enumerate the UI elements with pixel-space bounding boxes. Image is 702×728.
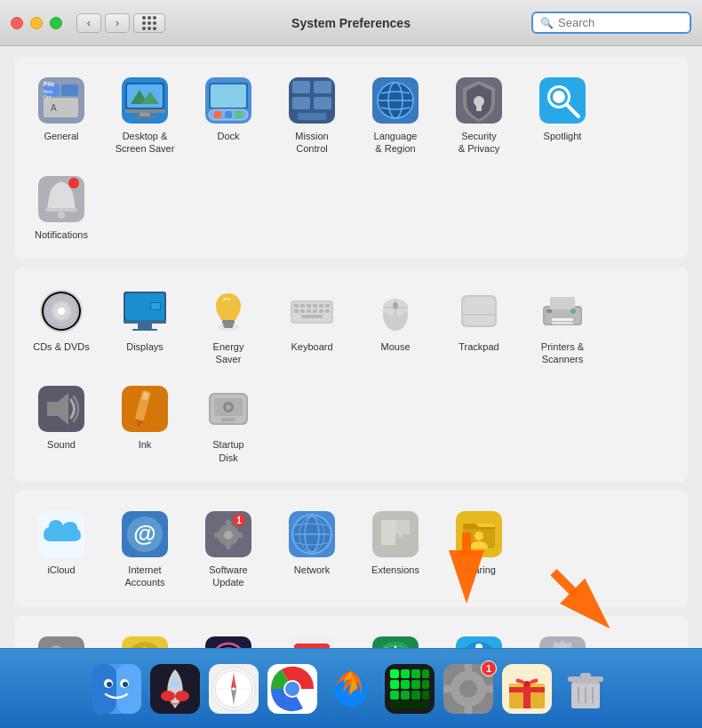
pref-item-spotlight[interactable]: Spotlight <box>523 68 602 163</box>
pref-item-sound[interactable]: Sound <box>21 376 101 471</box>
svg-rect-15 <box>134 116 156 118</box>
svg-text:@: @ <box>133 520 156 547</box>
svg-point-45 <box>68 178 79 188</box>
pref-item-siri[interactable]: Siri <box>188 627 268 648</box>
dock-item-trash[interactable] <box>559 662 612 716</box>
section-system: Users &Groups <box>14 616 688 648</box>
svg-rect-10 <box>127 84 163 108</box>
svg-rect-105 <box>221 418 235 421</box>
pref-item-displays[interactable]: Displays <box>105 278 185 373</box>
pref-item-printers[interactable]: Printers &Scanners <box>523 278 602 373</box>
svg-point-194 <box>285 682 299 696</box>
pref-item-mouse[interactable]: Mouse <box>355 278 435 373</box>
extensions-label: Extensions <box>371 564 419 576</box>
pref-item-notifications[interactable]: Notifications <box>21 166 101 248</box>
dock-item-firefox[interactable] <box>324 662 378 716</box>
svg-rect-68 <box>307 304 311 308</box>
internet-accounts-icon: @ <box>119 508 171 560</box>
traffic-lights <box>11 17 62 29</box>
svg-rect-56 <box>138 324 152 329</box>
svg-rect-66 <box>294 304 299 308</box>
main-content: File New Opt A General <box>0 46 702 648</box>
pref-item-language[interactable]: Language& Region <box>355 68 435 163</box>
energy-icon <box>203 285 254 337</box>
section-hardware: CDs & DVDs <box>14 268 688 482</box>
svg-text:APR: APR <box>303 646 321 648</box>
search-input[interactable] <box>558 16 682 29</box>
forward-button[interactable]: › <box>105 13 130 33</box>
pref-item-desktop[interactable]: Desktop &Screen Saver <box>105 68 185 163</box>
svg-rect-206 <box>390 691 399 700</box>
dock-item-finder[interactable] <box>90 662 143 716</box>
pref-item-energy[interactable]: EnergySaver <box>188 278 268 373</box>
spotlight-label: Spotlight <box>544 130 582 142</box>
dock-item-istatmenus[interactable] <box>383 662 436 716</box>
svg-rect-92 <box>546 309 552 313</box>
dock-item-launchpad[interactable] <box>148 662 202 716</box>
displays-label: Displays <box>126 340 164 353</box>
ink-icon <box>119 383 171 435</box>
pref-item-users[interactable]: Users &Groups <box>21 627 101 648</box>
siri-icon <box>203 634 254 648</box>
maximize-button[interactable] <box>50 17 62 29</box>
pref-item-cds[interactable]: CDs & DVDs <box>21 278 101 373</box>
general-icon: File New Opt A <box>36 75 87 126</box>
svg-rect-91 <box>552 322 573 324</box>
pref-item-datetime[interactable]: APR 18 Date & Time <box>272 627 352 648</box>
back-button[interactable]: ‹ <box>76 13 101 33</box>
safari-icon <box>209 664 259 714</box>
pref-item-software-update[interactable]: 1 SoftwareUpdate <box>188 501 268 596</box>
svg-rect-43 <box>45 208 77 212</box>
svg-rect-57 <box>132 329 157 331</box>
dock-item-giftbox[interactable] <box>500 662 554 716</box>
desktop-icon <box>119 75 171 126</box>
users-icon <box>36 634 87 648</box>
dock-item-sysprefs[interactable]: 1 <box>442 662 495 716</box>
svg-rect-6 <box>44 98 78 117</box>
svg-rect-73 <box>300 309 305 313</box>
internet-icons-grid: iCloud @ InternetAccounts <box>21 501 681 596</box>
pref-item-security[interactable]: Security& Privacy <box>439 68 519 163</box>
svg-rect-61 <box>222 320 235 324</box>
svg-rect-173 <box>92 664 116 714</box>
sound-label: Sound <box>47 438 76 451</box>
network-icon <box>286 508 338 560</box>
pref-item-extensions[interactable]: Extensions <box>355 501 435 596</box>
trackpad-icon <box>453 285 505 337</box>
pref-item-general[interactable]: File New Opt A General <box>21 68 101 163</box>
pref-item-sharing[interactable]: Sharing <box>439 501 519 596</box>
system-icons-grid: Users &Groups <box>21 627 681 648</box>
grid-view-button[interactable] <box>133 13 165 33</box>
svg-rect-199 <box>401 669 410 678</box>
pref-item-parental[interactable]: ParentalControls <box>105 627 185 648</box>
minimize-button[interactable] <box>30 17 43 29</box>
displays-icon <box>119 285 171 337</box>
pref-item-timemachine[interactable]: TimeMachine <box>355 627 435 648</box>
close-button[interactable] <box>11 17 23 29</box>
window-title: System Preferences <box>291 16 411 30</box>
pref-item-mission[interactable]: MissionControl <box>272 68 352 163</box>
nav-buttons: ‹ › <box>76 13 130 33</box>
dock-item-chrome[interactable] <box>266 662 319 716</box>
svg-rect-20 <box>214 111 221 118</box>
svg-rect-26 <box>292 97 310 109</box>
pref-item-ink[interactable]: Ink <box>105 376 185 471</box>
svg-point-181 <box>175 691 189 701</box>
pref-item-accessibility[interactable]: Accessibility <box>439 627 519 648</box>
pref-item-internet-accounts[interactable]: @ InternetAccounts <box>105 501 185 596</box>
startup-label: StartupDisk <box>212 438 243 464</box>
svg-rect-202 <box>390 680 399 689</box>
pref-item-network[interactable]: Network <box>272 501 352 596</box>
pref-item-icloud[interactable]: iCloud <box>21 501 101 596</box>
pref-item-dock[interactable]: Dock <box>188 68 268 163</box>
pref-item-startup[interactable]: StartupDisk <box>188 376 268 471</box>
section-personal: File New Opt A General <box>14 57 688 259</box>
search-box[interactable]: 🔍 <box>531 12 691 34</box>
dock-item-safari[interactable] <box>207 662 260 716</box>
startup-icon <box>203 383 254 435</box>
pref-item-profiles[interactable]: Profiles <box>523 627 602 648</box>
pref-item-keyboard[interactable]: Keyboard <box>272 278 352 373</box>
trash-icon <box>561 664 610 714</box>
energy-label: EnergySaver <box>213 340 244 366</box>
pref-item-trackpad[interactable]: Trackpad <box>439 278 519 373</box>
